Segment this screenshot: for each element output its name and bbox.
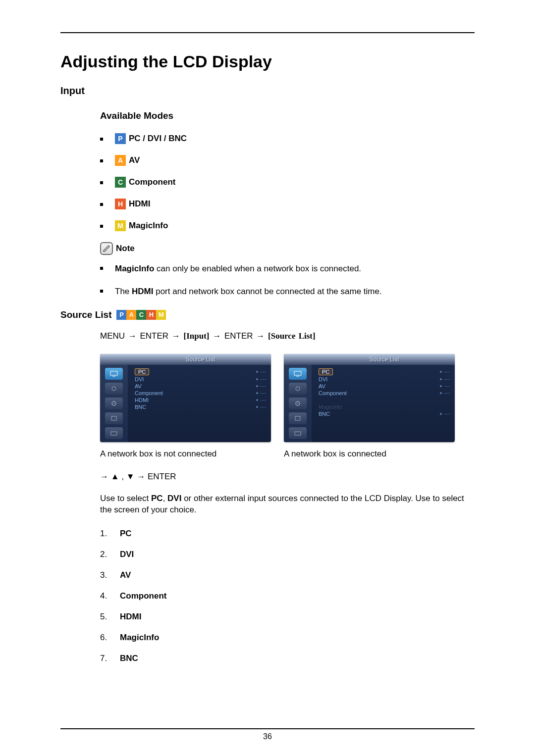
osd-side-icon [289, 383, 307, 395]
bullet-icon [100, 159, 103, 162]
list-item: DVI [100, 550, 475, 559]
osd-row [319, 397, 450, 403]
osd-row-value: ---- [256, 376, 266, 382]
osd-row-value: ---- [256, 404, 266, 410]
list-item-label: PC [120, 529, 132, 539]
mode-p-icon: P [115, 133, 126, 144]
mode-c-icon: C [115, 177, 126, 188]
page-footer: 36 [60, 718, 475, 741]
list-item: AV [100, 570, 475, 580]
osd-caption-left: A network box is not connected [100, 449, 284, 459]
osd-side-icon [105, 368, 123, 380]
navigation-sequence: → ▲ , ▼ → ENTER [100, 472, 475, 482]
bullet-icon [100, 290, 103, 293]
osd-screenshots-row: Source List PC----DVI----AV----Component… [100, 354, 475, 442]
page-title: Adjusting the LCD Display [60, 52, 475, 71]
osd-row-name: AV [319, 383, 325, 389]
note-label: Note [116, 244, 135, 253]
top-horizontal-rule [60, 32, 475, 33]
available-modes-list: P PC / DVI / BNC A AV C Component H HDMI… [100, 133, 475, 231]
osd-row-name: HDMI [135, 397, 149, 403]
osd-row-name: BNC [135, 404, 146, 410]
svg-point-1 [112, 387, 116, 391]
svg-rect-0 [110, 371, 117, 375]
osd-row: AV---- [135, 383, 266, 390]
svg-point-7 [296, 387, 300, 391]
osd-row-value: ---- [256, 383, 266, 389]
osd-row-name: Component [135, 390, 163, 396]
osd-captions-row: A network box is not connected A network… [100, 449, 475, 472]
source-list-heading: Source List [60, 309, 111, 320]
mode-item-hdmi: H HDMI [100, 199, 475, 209]
osd-row-name: AV [135, 383, 142, 389]
note-heading-row: Note [100, 242, 475, 255]
mode-m-icon: M [115, 220, 126, 231]
menu-path-sourcelist: [Source List] [268, 331, 316, 341]
menu-path-seg1: MENU → ENTER → [100, 331, 184, 341]
mode-item-pc: P PC / DVI / BNC [100, 133, 475, 144]
osd-row-value: ---- [256, 397, 266, 403]
osd-side-icon [105, 412, 123, 424]
body-mid1: , [163, 494, 167, 503]
menu-path-seg2: → ENTER → [210, 331, 268, 341]
body-bold-pc: PC [151, 494, 163, 503]
osd-row: PC---- [135, 368, 266, 376]
note-icon [100, 242, 113, 255]
svg-rect-6 [294, 371, 301, 375]
badge-h-icon: H [146, 310, 156, 320]
mode-a-label: AV [129, 155, 140, 165]
svg-rect-5 [111, 432, 117, 435]
osd-row-name: MagicInfo [319, 404, 342, 410]
osd-row: Component---- [135, 390, 266, 397]
note-1-bold: MagicInfo [115, 264, 154, 273]
mode-item-av: A AV [100, 155, 475, 166]
list-item: BNC [100, 654, 475, 663]
section-input-heading: Input [60, 85, 475, 97]
bullet-icon [100, 138, 103, 141]
osd-shot-left: Source List PC----DVI----AV----Component… [100, 354, 271, 442]
osd-shot-right: Source List PC----DVI----AV----Component… [284, 354, 455, 442]
osd-left-sidebar [100, 365, 128, 442]
osd-row: AV---- [319, 383, 450, 390]
badge-a-icon: A [126, 310, 136, 320]
source-list-heading-row: Source List P A C H M [60, 309, 475, 320]
mode-h-label: HDMI [129, 199, 150, 209]
mode-item-magicinfo: M MagicInfo [100, 220, 475, 231]
osd-side-icon [289, 398, 307, 409]
list-item-label: DVI [120, 550, 134, 559]
osd-row-name: PC [135, 368, 149, 375]
osd-row-name: DVI [135, 376, 144, 382]
bullet-icon [100, 181, 103, 184]
osd-row-name: DVI [319, 376, 327, 382]
osd-right-sidebar [284, 365, 312, 442]
source-numbered-list: PC DVI AV Component HDMI MagicInfo BNC [100, 529, 475, 663]
osd-side-icon [105, 427, 123, 439]
list-item-label: HDMI [120, 612, 141, 622]
list-item: Component [100, 591, 475, 601]
osd-right-title: Source List [284, 354, 455, 365]
osd-row: BNC---- [135, 403, 266, 410]
mode-m-label: MagicInfo [129, 221, 168, 231]
osd-row: DVI---- [135, 376, 266, 383]
menu-path: MENU → ENTER → [Input] → ENTER → [Source… [100, 331, 475, 341]
svg-rect-11 [295, 432, 301, 435]
osd-side-icon [289, 412, 307, 424]
osd-row-value: ---- [440, 376, 450, 382]
bullet-icon [100, 267, 103, 270]
svg-rect-4 [111, 416, 116, 420]
osd-row-name: BNC [319, 411, 330, 417]
page-number: 36 [60, 728, 475, 741]
source-list-badges: P A C H M [116, 310, 166, 320]
mode-c-label: Component [129, 177, 175, 187]
osd-panel-left: Source List PC----DVI----AV----Component… [100, 354, 271, 442]
list-item: PC [100, 529, 475, 539]
osd-left-list: PC----DVI----AV----Component----HDMI----… [128, 365, 271, 442]
svg-rect-10 [295, 416, 300, 420]
osd-panel-right: Source List PC----DVI----AV----Component… [284, 354, 455, 442]
osd-row: HDMI---- [135, 397, 266, 403]
note-2-pre: The [115, 287, 132, 296]
bullet-icon [100, 225, 103, 228]
osd-row-value: ---- [440, 411, 450, 417]
osd-row: MagicInfo [319, 403, 450, 410]
note-2-text: port and network box cannot be connected… [153, 287, 381, 296]
